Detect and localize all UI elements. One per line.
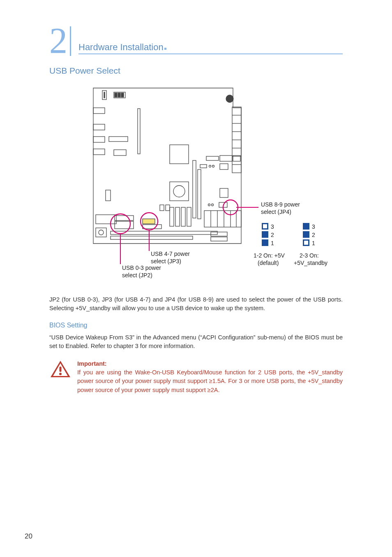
svg-rect-30 [193, 160, 196, 218]
svg-rect-59 [211, 237, 227, 241]
svg-text:2: 2 [312, 232, 315, 238]
callout-usb89-l2: select (JP4) [261, 209, 291, 215]
svg-rect-71 [263, 224, 267, 228]
svg-rect-58 [211, 232, 227, 236]
bios-heading: BIOS Setting [49, 322, 343, 329]
svg-rect-77 [303, 223, 309, 230]
svg-rect-32 [220, 188, 228, 197]
svg-rect-70 [262, 239, 268, 246]
svg-text:3: 3 [312, 223, 315, 230]
callout-usb03-l2: select (JP2) [122, 272, 152, 278]
svg-rect-50 [96, 228, 106, 237]
section-title: USB Power Select [49, 66, 343, 76]
svg-rect-52 [115, 216, 134, 220]
svg-rect-49 [96, 215, 116, 224]
svg-rect-57 [111, 236, 193, 239]
svg-point-87 [59, 373, 62, 375]
svg-rect-47 [187, 207, 191, 226]
svg-rect-26 [200, 165, 207, 168]
chapter-number: 2 [49, 26, 71, 56]
svg-text:3: 3 [271, 223, 274, 230]
svg-rect-78 [303, 231, 309, 238]
svg-text:2: 2 [271, 232, 274, 238]
svg-rect-6 [93, 108, 105, 114]
svg-rect-42 [170, 182, 189, 201]
svg-rect-31 [198, 169, 201, 219]
chapter-title-text: Hardware Installation [78, 42, 164, 52]
svg-rect-55 [143, 225, 161, 229]
jumper-diagram-right: 3 2 1 2-3 On: +5V_standby [294, 223, 327, 266]
svg-point-14 [226, 95, 233, 102]
svg-text:(default): (default) [258, 260, 279, 266]
svg-rect-86 [60, 367, 62, 372]
svg-point-43 [173, 186, 185, 197]
jumper-diagram-left: 3 2 1 1-2 On: +5V (default) [254, 223, 285, 266]
svg-rect-61 [166, 205, 170, 211]
svg-rect-29 [220, 164, 228, 169]
svg-point-34 [212, 204, 214, 206]
svg-rect-69 [262, 231, 268, 238]
svg-rect-44 [170, 207, 174, 226]
svg-rect-23 [206, 156, 219, 160]
chapter-header: 2 Hardware Installation [49, 25, 343, 54]
svg-rect-4 [118, 93, 120, 97]
svg-text:1-2 On: +5V: 1-2 On: +5V [254, 252, 285, 259]
svg-rect-1 [104, 92, 105, 98]
svg-rect-8 [93, 137, 105, 142]
bios-paragraph: “USB Device Wakeup From S3” in the Advan… [49, 333, 343, 350]
svg-point-27 [209, 165, 211, 167]
important-label: Important: [77, 360, 107, 367]
svg-rect-80 [304, 241, 308, 245]
svg-rect-54 [143, 219, 155, 224]
motherboard-diagram: USB 8-9 power select (JP4) USB 4-7 power… [49, 83, 343, 281]
svg-rect-5 [121, 93, 124, 97]
svg-rect-9 [93, 149, 105, 155]
svg-rect-46 [181, 207, 185, 226]
svg-rect-53 [115, 221, 134, 229]
svg-text:1: 1 [271, 240, 274, 246]
important-note: Important: If you are using the Wake-On-… [49, 360, 343, 394]
svg-text:+5V_standby: +5V_standby [294, 260, 327, 266]
svg-rect-10 [109, 137, 128, 142]
svg-rect-7 [93, 124, 105, 130]
svg-rect-45 [175, 207, 180, 226]
svg-point-28 [212, 165, 214, 167]
svg-rect-3 [115, 93, 117, 97]
callout-usb47-l2: select (JP3) [151, 258, 181, 265]
svg-point-33 [208, 204, 210, 206]
body-paragraph: JP2 (for USB 0-3), JP3 (for USB 4-7) and… [49, 295, 343, 313]
callout-usb89-l1: USB 8-9 power [261, 201, 300, 208]
svg-rect-12 [138, 109, 140, 154]
callout-usb03-l1: USB 0-3 power [122, 265, 161, 271]
svg-text:1: 1 [312, 240, 315, 246]
svg-point-51 [99, 230, 104, 235]
important-text: If you are using the Wake-On-USB Keyboar… [77, 369, 343, 393]
svg-rect-13 [170, 145, 189, 164]
svg-rect-24 [220, 155, 232, 161]
svg-text:2-3 On:: 2-3 On: [300, 252, 319, 259]
svg-rect-11 [114, 150, 126, 155]
warning-icon [49, 360, 71, 394]
chapter-title: Hardware Installation [78, 42, 343, 54]
page-number: 20 [25, 532, 32, 541]
svg-rect-60 [160, 205, 164, 211]
callout-usb47-l1: USB 4-7 power [151, 251, 190, 257]
svg-rect-48 [106, 190, 111, 201]
